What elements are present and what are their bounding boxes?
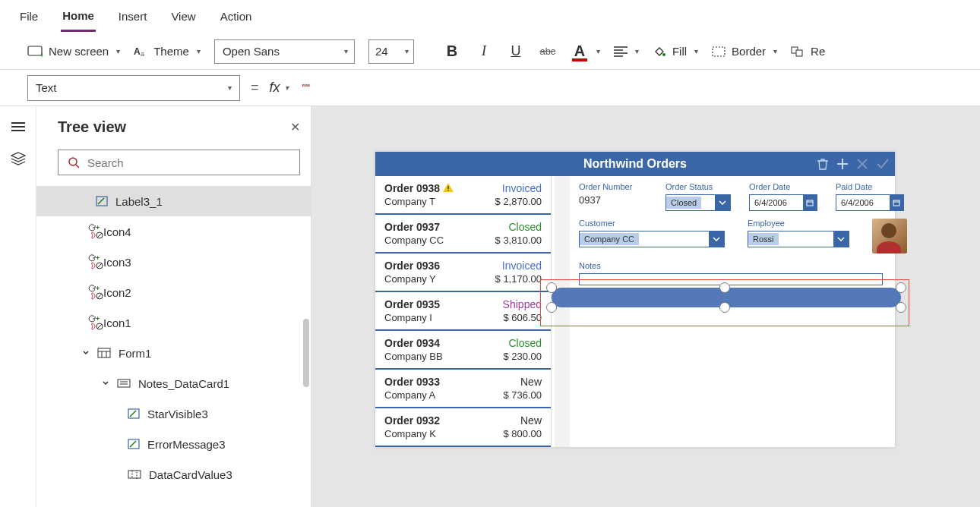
svg-rect-7 [796, 50, 802, 56]
tree-node[interactable]: +Icon4 [58, 216, 300, 247]
tree-view-rail-button[interactable] [11, 152, 26, 165]
node-icon [96, 196, 108, 206]
tree-search[interactable] [58, 150, 300, 175]
caret-icon[interactable] [102, 379, 109, 387]
order-detail: Order Number 0937 Order Status Closed Or… [570, 176, 916, 447]
canvas[interactable]: Northwind Orders Order 0938 InvoicedComp… [311, 106, 980, 507]
align-button[interactable]: ▾ [614, 46, 639, 57]
tree-node[interactable]: +Icon1 [58, 307, 300, 338]
paid-date-label: Paid Date [836, 182, 904, 191]
tree-node[interactable]: +Icon3 [58, 247, 300, 277]
tree-node[interactable]: DataCardValue3 [58, 459, 300, 490]
theme-button[interactable]: Aa Theme ▾ [134, 45, 201, 58]
new-screen-button[interactable]: + New screen ▾ [27, 45, 120, 58]
underline-button[interactable]: U [507, 43, 525, 59]
order-amount: $ 2,870.00 [495, 196, 542, 207]
order-date-input[interactable]: 6/4/2006 [749, 194, 817, 211]
chevron-down-icon: ▾ [773, 47, 777, 55]
order-item[interactable]: Order 0935ShippedCompany I$ 606.50 [375, 292, 551, 331]
menu-view[interactable]: View [169, 2, 197, 30]
tree-search-input[interactable] [87, 156, 290, 169]
app-header: Northwind Orders [375, 152, 895, 176]
cancel-icon[interactable] [857, 159, 868, 169]
node-label: Icon3 [103, 256, 131, 269]
fx-button[interactable]: fx ▾ [270, 80, 289, 96]
node-icon [128, 408, 140, 419]
menu-action[interactable]: Action [219, 2, 254, 30]
svg-point-8 [69, 158, 77, 165]
order-list-wrap: Order 0938 InvoicedCompany T$ 2,870.00Or… [375, 176, 570, 447]
tree-node[interactable]: Label3_1 [36, 186, 311, 216]
employee-select[interactable]: Rossi [748, 231, 849, 247]
border-button[interactable]: Border ▾ [712, 45, 777, 58]
node-label: Form1 [119, 347, 151, 360]
search-icon [68, 156, 80, 168]
app-title: Northwind Orders [583, 157, 687, 171]
trash-icon[interactable] [817, 158, 828, 170]
tree-node[interactable]: StarVisible3 [58, 398, 300, 429]
tree-node[interactable]: +Icon2 [58, 277, 300, 307]
order-status-value: Closed [666, 197, 701, 209]
tree-node[interactable]: Form1 [58, 338, 300, 368]
employee-label: Employee [748, 219, 854, 228]
paid-date-input[interactable]: 6/4/2006 [836, 194, 904, 211]
reorder-label: Re [811, 45, 825, 58]
font-color-button[interactable]: A ▾ [571, 43, 600, 60]
order-title: Order 0932 [384, 414, 440, 427]
italic-button[interactable]: I [475, 43, 493, 59]
bold-button[interactable]: B [443, 43, 461, 60]
menu-home[interactable]: Home [61, 2, 96, 32]
order-list-scrollbar[interactable] [555, 176, 570, 447]
check-icon[interactable] [877, 159, 889, 169]
customer-label: Customer [579, 219, 729, 228]
order-list[interactable]: Order 0938 InvoicedCompany T$ 2,870.00Or… [375, 176, 552, 447]
reorder-button[interactable]: Re [791, 45, 825, 58]
tree-scrollbar[interactable] [303, 319, 309, 387]
order-amount: $ 230.00 [503, 351, 542, 362]
property-select[interactable]: Text ▾ [27, 75, 240, 101]
notes-input[interactable] [579, 273, 883, 285]
svg-rect-28 [128, 471, 141, 478]
formula-value[interactable]: "" [302, 81, 311, 94]
employee-avatar [872, 219, 907, 254]
order-item[interactable]: Order 0933NewCompany A$ 736.00 [375, 370, 551, 408]
tree-node[interactable]: Notes_DataCard1 [58, 368, 300, 398]
order-item[interactable]: Order 0938 InvoicedCompany T$ 2,870.00 [375, 176, 551, 215]
order-item[interactable]: Order 0936InvoicedCompany Y$ 1,170.00 [375, 254, 551, 292]
order-company: Company I [384, 312, 432, 323]
notes-label: Notes [579, 261, 907, 270]
order-title: Order 0936 [384, 260, 440, 272]
order-item[interactable]: Order 0934ClosedCompany BB$ 230.00 [375, 331, 551, 370]
svg-text:+: + [40, 51, 43, 58]
menu-file[interactable]: File [18, 2, 40, 30]
menu-insert[interactable]: Insert [117, 2, 149, 30]
customer-select[interactable]: Company CC [579, 231, 725, 247]
fill-button[interactable]: Fill ▾ [653, 45, 698, 58]
order-title: Order 0933 [384, 376, 440, 388]
order-amount: $ 606.50 [503, 312, 542, 323]
border-icon [712, 46, 726, 57]
fx-label: fx [270, 80, 280, 96]
svg-rect-32 [807, 200, 813, 206]
hamburger-icon[interactable] [11, 120, 25, 134]
close-icon[interactable]: ✕ [290, 120, 300, 134]
font-select[interactable]: Open Sans ▾ [214, 39, 355, 64]
caret-icon[interactable] [82, 349, 90, 357]
order-company: Company CC [384, 235, 444, 246]
chevron-down-icon: ▾ [694, 47, 698, 55]
order-status: New [520, 376, 542, 388]
svg-rect-29 [132, 470, 137, 479]
chevron-down-icon: ▾ [285, 83, 289, 92]
equals-label: = [251, 80, 259, 96]
app-preview: Northwind Orders Order 0938 InvoicedComp… [375, 152, 895, 447]
order-item[interactable]: Order 0937ClosedCompany CC$ 3,810.00 [375, 215, 551, 254]
order-status-select[interactable]: Closed [665, 194, 731, 211]
font-size-select[interactable]: 24 ▾ [368, 39, 414, 64]
tree-node[interactable]: ErrorMessage3 [58, 429, 300, 459]
plus-icon[interactable] [837, 159, 848, 169]
strike-button[interactable]: abc [539, 46, 557, 57]
order-item[interactable]: Order 0932NewCompany K$ 800.00 [375, 408, 551, 447]
font-color-icon: A [571, 43, 589, 60]
fill-icon [653, 46, 666, 58]
svg-line-16 [97, 294, 102, 298]
